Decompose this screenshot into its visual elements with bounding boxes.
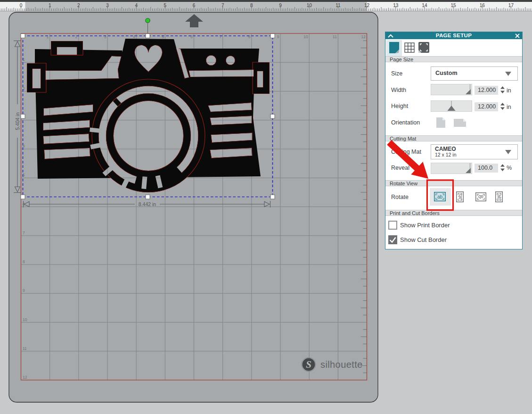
svg-text:12: 12 xyxy=(361,34,366,39)
svg-text:3: 3 xyxy=(106,3,109,8)
svg-text:6: 6 xyxy=(193,3,196,8)
svg-text:15: 15 xyxy=(451,3,457,8)
svg-text:17: 17 xyxy=(508,3,514,8)
svg-text:10: 10 xyxy=(303,34,308,39)
svg-text:1: 1 xyxy=(49,3,51,8)
svg-text:5: 5 xyxy=(164,3,167,8)
svg-text:12: 12 xyxy=(23,375,27,380)
svg-text:ab: ab xyxy=(458,194,463,200)
svg-text:7: 7 xyxy=(23,231,25,235)
svg-text:9: 9 xyxy=(23,288,25,293)
svg-text:10: 10 xyxy=(307,3,312,8)
svg-text:9: 9 xyxy=(277,34,279,39)
svg-text:S: S xyxy=(306,359,311,370)
svg-text:5.404 in: 5.404 in xyxy=(15,112,20,130)
svg-text:16: 16 xyxy=(480,3,485,8)
svg-text:4: 4 xyxy=(135,3,138,8)
svg-text:11: 11 xyxy=(336,3,341,8)
svg-text:ab: ab xyxy=(497,194,502,200)
svg-text:10: 10 xyxy=(23,317,27,322)
svg-text:8.442 in: 8.442 in xyxy=(139,201,156,207)
svg-text:silhouette: silhouette xyxy=(320,359,363,370)
svg-text:8: 8 xyxy=(250,3,253,8)
svg-text:0: 0 xyxy=(20,3,23,8)
svg-text:ab: ab xyxy=(478,194,484,199)
svg-text:12: 12 xyxy=(364,3,370,8)
svg-text:8: 8 xyxy=(23,259,25,264)
svg-text:11: 11 xyxy=(23,346,27,351)
svg-text:11: 11 xyxy=(333,34,337,39)
svg-text:14: 14 xyxy=(422,3,427,8)
svg-text:2: 2 xyxy=(77,3,80,8)
svg-text:9: 9 xyxy=(279,3,282,8)
svg-text:13: 13 xyxy=(393,3,399,8)
svg-text:7: 7 xyxy=(221,3,224,8)
svg-text:ab: ab xyxy=(437,194,443,199)
